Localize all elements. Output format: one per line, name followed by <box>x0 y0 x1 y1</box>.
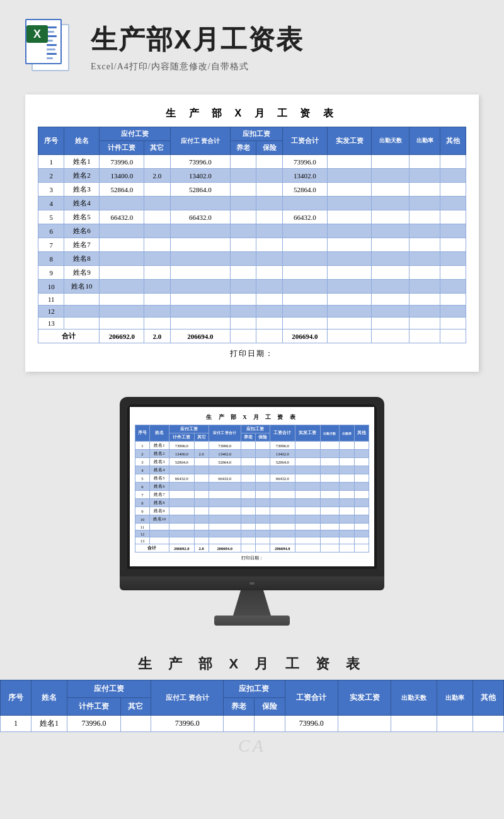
th-other: 其他 <box>440 127 466 155</box>
total-row: 合计206692.02.0206694.0206694.0 <box>38 329 466 343</box>
page-title: 生产部X月工资表 <box>91 22 304 57</box>
table-row: 10姓名10 <box>135 515 369 524</box>
table-row: 1姓名173996.073996.073996.0 <box>135 442 369 450</box>
monitor-light <box>249 582 255 585</box>
table-row: 6姓名6 <box>135 483 369 491</box>
th-yingfu-total: 应付工 资合计 <box>170 127 230 155</box>
bottom-section: 生 产 部 X 月 工 资 表 序号 姓名 应付工资 应付工 资合计 应扣工资 … <box>0 638 504 760</box>
table-row: 13 <box>135 537 369 544</box>
stand-base <box>214 616 290 626</box>
table-row: 3姓名352864.052864.052864.0 <box>38 183 466 197</box>
table-row: 4姓名4 <box>38 197 466 210</box>
table-row: 10姓名10 <box>38 280 466 294</box>
monitor-chin <box>120 576 384 590</box>
doc-preview-card: 生 产 部 X 月 工 资 表 序号 姓名 应付工资 应付工 资合计 应扣工资 … <box>25 94 479 372</box>
bottom-salary-table: 序号 姓名 应付工资 应付工 资合计 应扣工资 工资合计 实发工资 出勤天数 出… <box>0 680 504 732</box>
th-gongzi: 工资合计 <box>282 127 327 155</box>
table-row: 2姓名213400.02.013402.013402.0 <box>135 450 369 458</box>
table-row: 5姓名566432.066432.066432.0 <box>135 474 369 483</box>
th-chutian: 出勤天数 <box>372 127 410 155</box>
th-yingfu-group: 应付工资 <box>100 127 170 141</box>
excel-icon: X <box>25 19 76 76</box>
th-jianjian: 计件工资 <box>100 141 144 155</box>
table-row: 11 <box>135 524 369 530</box>
table-row: 1姓名173996.073996.073996.0 <box>1 716 504 732</box>
th-chuqinlv: 出勤率 <box>410 127 440 155</box>
table-row: 2姓名213400.02.013402.013402.0 <box>38 169 466 183</box>
monitor-salary-title: 生 产 部 X 月 工 资 表 <box>135 413 369 421</box>
table-row: 9姓名9 <box>135 507 369 515</box>
monitor-screen: 生 产 部 X 月 工 资 表 序号 姓名 应付工资 应付工 资合计 应扣工资 … <box>120 397 384 576</box>
stand-neck <box>233 590 271 616</box>
table-row: 6姓名6 <box>38 224 466 238</box>
print-date: 打印日期： <box>38 348 466 359</box>
th-baoxian: 保险 <box>256 141 282 155</box>
th-yanglao: 养老 <box>231 141 256 155</box>
th-qita: 其它 <box>144 141 170 155</box>
bottom-table-wrap: 序号 姓名 应付工资 应付工 资合计 应扣工资 工资合计 实发工资 出勤天数 出… <box>0 680 504 732</box>
monitor-display: 生 产 部 X 月 工 资 表 序号 姓名 应付工资 应付工 资合计 应扣工资 … <box>130 407 374 566</box>
table-row: 3姓名352864.052864.052864.0 <box>135 458 369 466</box>
title-area: 生产部X月工资表 Excel/A4打印/内容随意修改/自带格式 <box>91 22 304 72</box>
table-row: 12 <box>38 306 466 318</box>
th-yingkou-group: 应扣工资 <box>231 127 283 141</box>
table-row: 11 <box>38 294 466 306</box>
total-row: 合计206692.02.0206694.0206694.0 <box>135 544 369 553</box>
table-row: 4姓名4 <box>135 466 369 474</box>
table-row: 8姓名8 <box>38 252 466 266</box>
table-row: 7姓名7 <box>135 491 369 499</box>
salary-table: 序号 姓名 应付工资 应付工 资合计 应扣工资 工资合计 实发工资 出勤天数 出… <box>38 127 466 343</box>
monitor-wrapper: 生 产 部 X 月 工 资 表 序号 姓名 应付工资 应付工 资合计 应扣工资 … <box>120 397 384 626</box>
table-row: 7姓名7 <box>38 238 466 252</box>
table-row: 5姓名566432.066432.066432.0 <box>38 210 466 224</box>
subtitle: Excel/A4打印/内容随意修改/自带格式 <box>91 61 304 72</box>
monitor-bezel: 生 产 部 X 月 工 资 表 序号 姓名 应付工资 应付工 资合计 应扣工资 … <box>127 404 377 569</box>
table-row: 8姓名8 <box>135 499 369 507</box>
top-section: X 生产部X月工资表 Excel/A4打印/内容随意修改/自带格式 <box>0 0 504 88</box>
bottom-title: 生 产 部 X 月 工 资 表 <box>0 644 504 680</box>
doc-salary-title: 生 产 部 X 月 工 资 表 <box>38 107 466 120</box>
th-shifa: 实发工资 <box>327 127 372 155</box>
table-row: 13 <box>38 318 466 329</box>
monitor-section: 生 产 部 X 月 工 资 表 序号 姓名 应付工资 应付工 资合计 应扣工资 … <box>0 384 504 638</box>
table-row: 12 <box>135 530 369 537</box>
th-no: 序号 <box>38 127 64 155</box>
monitor-salary-table: 序号 姓名 应付工资 应付工 资合计 应扣工资 工资合计 实发工资 出勤天数 出… <box>135 425 369 553</box>
excel-x-badge: X <box>26 25 48 43</box>
monitor-stand <box>120 590 384 626</box>
monitor-print-date: 打印日期： <box>135 555 369 561</box>
table-row: 9姓名9 <box>38 266 466 280</box>
th-name: 姓名 <box>64 127 100 155</box>
ca-watermark: CA <box>0 732 504 760</box>
table-row: 1姓名173996.073996.073996.0 <box>38 155 466 169</box>
